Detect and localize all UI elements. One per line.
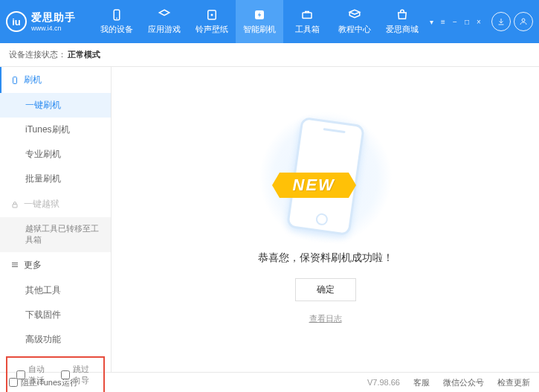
sidebar-jailbreak-note: 越狱工具已转移至工具箱 [0,217,111,252]
header: iu 爱思助手 www.i4.cn 我的设备 应用游戏 铃声壁纸 智能刷机 工具… [0,0,539,43]
sidebar-item-itunes[interactable]: iTunes刷机 [0,118,111,142]
close-icon[interactable]: × [474,16,484,27]
sidebar-group-jailbreak: 一键越狱 [0,191,111,217]
ringtone-icon [204,8,219,22]
more-icon [10,260,19,269]
nav-flash[interactable]: 智能刷机 [236,0,283,43]
ok-button[interactable]: 确定 [295,278,356,301]
wechat-link[interactable]: 微信公众号 [443,377,484,388]
tutorial-icon [347,8,362,22]
status-label: 设备连接状态： [9,49,66,60]
lock-icon [10,200,19,209]
app-url: www.i4.cn [31,25,76,32]
sidebar-item-other[interactable]: 其他工具 [0,278,111,303]
nav-tutorials[interactable]: 教程中心 [331,0,378,43]
support-link[interactable]: 客服 [413,377,430,388]
update-link[interactable]: 检查更新 [497,377,530,388]
sidebar-group-more[interactable]: 更多 [0,252,111,278]
main-content: NEW 恭喜您，保资料刷机成功啦！ 确定 查看日志 [112,67,539,372]
sidebar-item-advanced[interactable]: 高级功能 [0,327,111,352]
logo: iu 爱思助手 www.i4.cn [6,11,93,32]
version-label: V7.98.66 [367,378,400,387]
status-bar: 设备连接状态： 正常模式 [0,43,539,67]
sidebar-item-firmware[interactable]: 下载固件 [0,303,111,327]
sidebar-item-pro[interactable]: 专业刷机 [0,142,111,167]
success-illustration: NEW [259,115,393,241]
checkbox-block-itunes[interactable]: 阻止iTunes运行 [9,377,78,388]
menu-icon[interactable]: ▾ [426,16,436,27]
status-value: 正常模式 [68,49,100,60]
sidebar: 刷机 一键刷机 iTunes刷机 专业刷机 批量刷机 一键越狱 越狱工具已转移至… [0,67,112,372]
logo-icon: iu [6,11,27,32]
sidebar-item-batch[interactable]: 批量刷机 [0,167,111,191]
nav-my-device[interactable]: 我的设备 [93,0,141,43]
svg-rect-5 [303,13,312,19]
view-log-link[interactable]: 查看日志 [309,313,342,324]
new-banner: NEW [280,173,349,198]
svg-point-3 [211,14,213,16]
top-nav: 我的设备 应用游戏 铃声壁纸 智能刷机 工具箱 教程中心 爱思商城 [93,0,426,43]
svg-point-6 [522,19,525,22]
flash-icon [252,8,267,22]
device-icon [109,8,124,22]
apps-icon [157,8,172,22]
sidebar-item-oneclick[interactable]: 一键刷机 [0,93,111,118]
nav-ringtones[interactable]: 铃声壁纸 [188,0,236,43]
maximize-icon[interactable]: □ [462,16,472,27]
svg-rect-7 [13,77,17,83]
download-button[interactable] [491,12,511,31]
nav-toolbox[interactable]: 工具箱 [283,0,331,43]
store-icon [395,8,410,22]
success-message: 恭喜您，保资料刷机成功啦！ [258,251,393,265]
app-title: 爱思助手 [31,11,76,25]
minimize-icon[interactable]: − [450,16,460,27]
svg-rect-8 [13,204,17,208]
phone-icon [10,76,19,85]
header-controls: ▾ ≡ − □ × [426,12,533,31]
user-button[interactable] [514,12,533,31]
settings-icon[interactable]: ≡ [438,16,448,27]
nav-apps[interactable]: 应用游戏 [141,0,188,43]
sidebar-group-flash[interactable]: 刷机 [0,67,111,93]
toolbox-icon [300,8,314,22]
nav-store[interactable]: 爱思商城 [378,0,426,43]
